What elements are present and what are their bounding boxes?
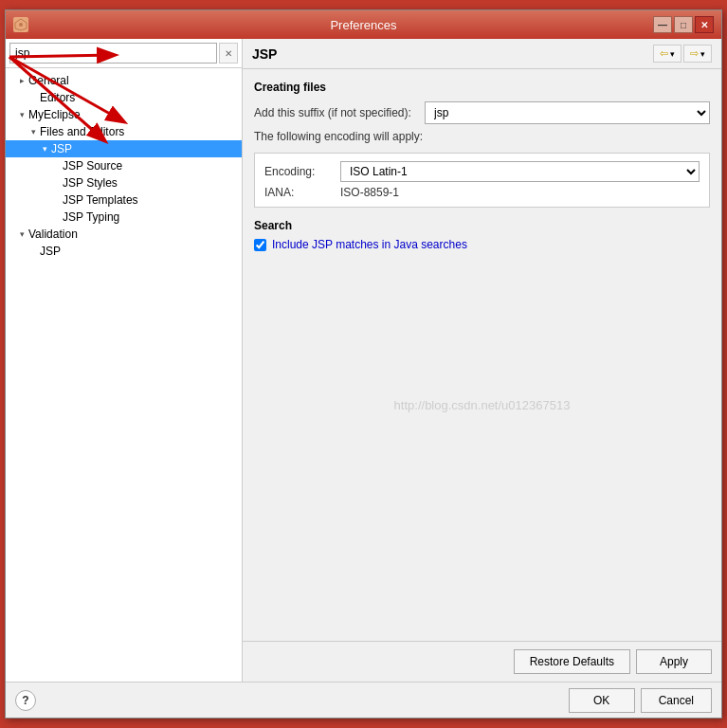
search-clear-button[interactable]: ✕	[219, 43, 238, 64]
encoding-note: The following encoding will apply:	[254, 130, 710, 143]
tree-label-jsp-typing: JSP Typing	[63, 210, 119, 224]
tree-arrow-validation: ▾	[17, 229, 27, 239]
minimize-button[interactable]: —	[653, 16, 672, 33]
forward-icon: ⇨	[690, 47, 699, 60]
tree-container: ▸ General Editors ▾ MyEclipse ▾ Files an…	[6, 68, 242, 682]
ok-button[interactable]: OK	[569, 688, 635, 713]
encoding-row: Encoding: ISO Latin-1 UTF-8 UTF-16	[264, 161, 700, 182]
back-arrow-icon: ▾	[670, 49, 675, 59]
tree-item-files-editors[interactable]: ▾ Files and Editors	[6, 123, 242, 140]
checkbox-row: Include JSP matches in Java searches	[254, 238, 710, 251]
tree-label-general: General	[28, 74, 69, 87]
tree-item-editors[interactable]: Editors	[6, 89, 242, 106]
tree-arrow-general: ▸	[17, 76, 27, 85]
app-icon	[13, 17, 28, 32]
tree-item-validation[interactable]: ▾ Validation	[6, 226, 242, 243]
suffix-label: Add this suffix (if not specified):	[254, 106, 425, 119]
tree-arrow-myeclipse: ▾	[17, 110, 27, 119]
search-bar: ✕	[6, 39, 242, 68]
search-input[interactable]	[9, 43, 217, 64]
title-bar-left	[13, 17, 28, 32]
include-jsp-checkbox[interactable]	[254, 239, 266, 251]
back-button[interactable]: ⇦ ▾	[653, 45, 682, 63]
main-content: ✕ ▸ General Editors ▾ MyEclipse ▾ Files …	[6, 39, 721, 682]
tree-item-jsp-source[interactable]: JSP Source	[6, 157, 242, 174]
tree-label-myeclipse: MyEclipse	[28, 108, 81, 121]
back-icon: ⇦	[660, 47, 668, 60]
tree-item-myeclipse[interactable]: ▾ MyEclipse	[6, 106, 242, 123]
iana-row: IANA: ISO-8859-1	[264, 186, 700, 199]
right-panel: JSP ⇦ ▾ ⇨ ▾ Creating files Add this su	[243, 39, 721, 682]
title-bar: Preferences — □ ✕	[6, 10, 721, 39]
window-controls: — □ ✕	[653, 16, 714, 33]
include-jsp-label: Include JSP matches in Java searches	[272, 238, 467, 251]
svg-point-1	[19, 23, 23, 27]
tree-label-jsp-styles: JSP Styles	[63, 176, 118, 190]
left-panel: ✕ ▸ General Editors ▾ MyEclipse ▾ Files …	[6, 39, 243, 682]
forward-arrow-icon: ▾	[700, 49, 705, 59]
forward-button[interactable]: ⇨ ▾	[683, 45, 712, 63]
footer-actions: OK Cancel	[569, 688, 712, 713]
help-button[interactable]: ?	[15, 690, 36, 711]
right-panel-title: JSP	[252, 46, 277, 62]
close-button[interactable]: ✕	[695, 16, 714, 33]
tree-label-jsp-templates: JSP Templates	[63, 193, 138, 207]
encoding-key: Encoding:	[264, 165, 340, 178]
restore-button[interactable]: □	[674, 16, 693, 33]
right-header: JSP ⇦ ▾ ⇨ ▾	[243, 39, 721, 69]
tree-label-jsp-source: JSP Source	[63, 159, 122, 173]
tree-item-validation-jsp[interactable]: JSP	[6, 243, 242, 260]
search-section-label: Search	[254, 219, 710, 232]
tree-label-validation-jsp: JSP	[40, 245, 61, 258]
nav-buttons: ⇦ ▾ ⇨ ▾	[653, 45, 712, 63]
encoding-box: Encoding: ISO Latin-1 UTF-8 UTF-16 IANA:…	[254, 153, 710, 208]
tree-item-jsp-styles[interactable]: JSP Styles	[6, 174, 242, 191]
encoding-select[interactable]: ISO Latin-1 UTF-8 UTF-16	[340, 161, 700, 182]
tree-label-jsp: JSP	[51, 142, 72, 155]
tree-item-jsp-templates[interactable]: JSP Templates	[6, 191, 242, 209]
apply-button[interactable]: Apply	[636, 649, 712, 674]
tree-item-general[interactable]: ▸ General	[6, 72, 242, 89]
search-section: Search Include JSP matches in Java searc…	[254, 219, 710, 251]
restore-defaults-button[interactable]: Restore Defaults	[514, 649, 630, 674]
cancel-button[interactable]: Cancel	[641, 688, 712, 713]
tree-item-jsp-typing[interactable]: JSP Typing	[6, 209, 242, 226]
tree-arrow-files-editors: ▾	[28, 127, 38, 136]
tree-item-jsp[interactable]: ▾ JSP	[6, 140, 242, 157]
tree-arrow-jsp: ▾	[40, 144, 49, 154]
bottom-buttons-row: Restore Defaults Apply	[243, 641, 721, 682]
creating-files-label: Creating files	[254, 81, 710, 94]
preferences-window: Preferences — □ ✕ ✕ ▸ General Editors	[5, 9, 722, 719]
tree-label-validation: Validation	[28, 228, 78, 241]
right-body: Creating files Add this suffix (if not s…	[243, 69, 721, 641]
suffix-row: Add this suffix (if not specified): jsp …	[254, 101, 710, 124]
watermark: http://blog.csdn.net/u012367513	[394, 398, 571, 412]
tree-label-files-editors: Files and Editors	[40, 125, 124, 138]
iana-value: ISO-8859-1	[340, 186, 399, 199]
tree-label-editors: Editors	[40, 91, 75, 104]
footer-bar: ? OK Cancel	[6, 682, 721, 718]
suffix-select[interactable]: jsp html xhtml	[425, 101, 710, 124]
window-title: Preferences	[330, 18, 396, 32]
iana-key: IANA:	[264, 186, 340, 199]
